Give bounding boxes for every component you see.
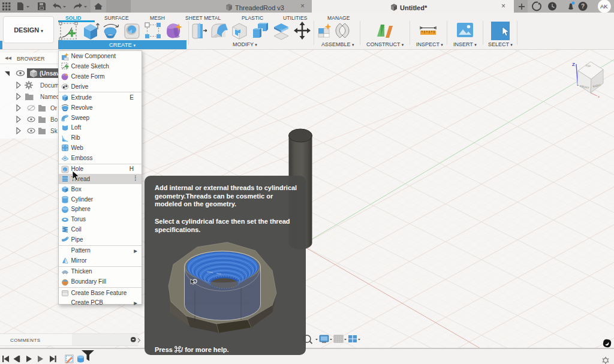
svg-text:AK: AK (600, 3, 608, 10)
svg-text:Z: Z (572, 62, 575, 67)
svg-text:Named: Named (40, 94, 58, 100)
svg-text:Bo: Bo (50, 116, 58, 123)
svg-text:x: x (598, 95, 600, 98)
svg-text:?: ? (581, 3, 585, 10)
svg-text:Sk: Sk (50, 128, 58, 134)
svg-text:(Unsav: (Unsav (40, 70, 58, 77)
svg-text:Or: Or (50, 105, 58, 112)
svg-text:Docum: Docum (40, 82, 58, 89)
